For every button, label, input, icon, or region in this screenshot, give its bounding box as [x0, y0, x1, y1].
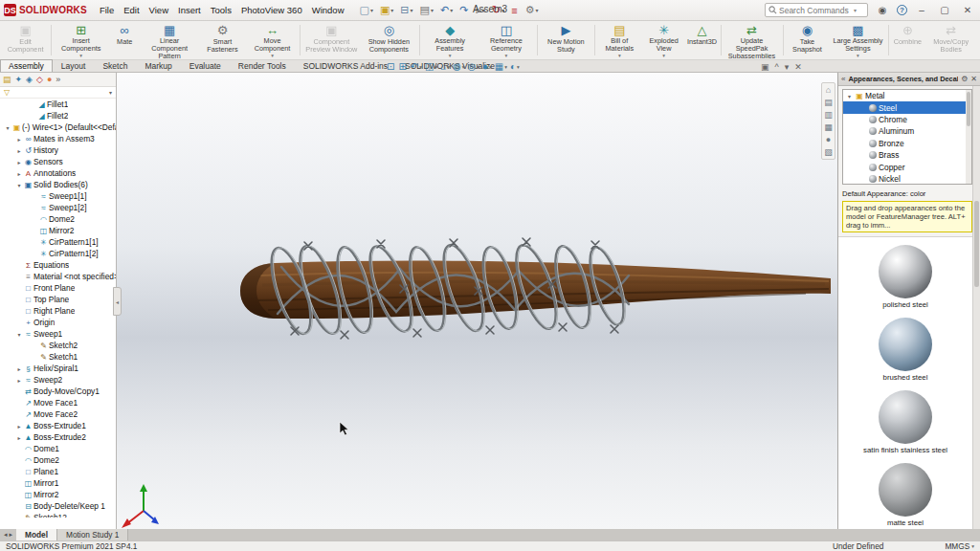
collapse-pane-icon[interactable]: « — [841, 75, 845, 83]
ribbon-button[interactable]: ◉ Take Snapshot — [786, 22, 830, 58]
commandmanager-tab[interactable]: SOLIDWORKS Add-ins — [295, 59, 396, 72]
quick-access-icon[interactable]: ▢ ▾ — [357, 3, 376, 17]
commandmanager-tab[interactable]: Assembly — [0, 59, 53, 72]
expand-arrow-icon[interactable]: ▸ — [15, 147, 23, 154]
commandmanager-tab[interactable]: Evaluate — [181, 59, 230, 72]
feature-tree-item[interactable]: ◠ Dome1 — [0, 443, 116, 454]
ribbon-button[interactable] — [300, 25, 301, 55]
filter-icon[interactable]: ▽ — [4, 88, 10, 97]
filter-options-chevron-icon[interactable]: ▾ — [109, 89, 112, 96]
ribbon-button[interactable]: ◎ Show Hidden Components — [360, 22, 417, 58]
appearance-tree-item[interactable]: ▾ ▣ Metal — [843, 90, 971, 101]
expand-arrow-icon[interactable]: ▸ — [15, 365, 23, 372]
appearance-tree-item[interactable]: Bronze — [843, 138, 971, 149]
feature-tree-item[interactable]: ✳ CirPattern1[2] — [0, 248, 116, 259]
maximize-button[interactable]: ▢ — [936, 3, 953, 18]
user-account-icon[interactable]: ◉ — [874, 3, 891, 18]
ribbon-button[interactable]: ⊕ Combine — [891, 22, 924, 58]
menu-item[interactable]: PhotoView 360 — [236, 3, 307, 17]
expand-arrow-icon[interactable]: ▸ — [15, 170, 23, 177]
ribbon-button[interactable]: ◫ Reference Geometry ▾ — [478, 22, 535, 58]
appearance-swatch[interactable]: brushed steel — [879, 318, 932, 382]
ribbon-button[interactable] — [51, 25, 52, 55]
commandmanager-tab[interactable]: Sketch — [94, 59, 136, 72]
units-selector[interactable]: MMGS ▾ — [945, 541, 974, 551]
ribbon-button[interactable]: ⊞ Insert Components ▾ — [54, 22, 108, 58]
quick-access-icon[interactable]: ▣ ▾ — [377, 3, 396, 17]
feature-tree-item[interactable]: + Origin — [0, 317, 116, 328]
menu-item[interactable]: Edit — [119, 3, 144, 17]
close-button[interactable]: ✕ — [959, 3, 976, 18]
headsup-icon[interactable]: ⊞ — [398, 62, 407, 72]
expand-arrow-icon[interactable]: ▸ — [15, 423, 23, 430]
feature-tree-item[interactable]: ▸ ≈ Sweep2 — [0, 374, 116, 386]
ribbon-button[interactable]: ⚙ Smart Fasteners — [198, 22, 247, 58]
headsup-icon[interactable]: ◫ ▾ — [425, 62, 437, 72]
toolbar-control-icon[interactable]: ✕ — [794, 62, 802, 72]
headsup-icon[interactable]: ● ▾ — [482, 62, 492, 72]
feature-tree-item[interactable]: ▸ ∞ Mates in Assem3 — [0, 133, 116, 144]
feature-tree-item[interactable]: ⇄ Body-Move/Copy1 — [0, 386, 116, 397]
headsup-icon[interactable]: ⌂ ▾ — [440, 62, 450, 72]
panel-tab-icon[interactable]: ◇ — [36, 75, 43, 84]
commandmanager-tab[interactable]: Markup — [136, 59, 180, 72]
feature-tree-item[interactable]: ⊟ Body-Delete/Keep 1 — [0, 500, 116, 512]
taskpane-tab-icon[interactable]: ▦ — [824, 122, 833, 132]
ribbon-button[interactable] — [419, 25, 420, 55]
minimize-button[interactable]: – — [913, 3, 930, 18]
feature-tree-item[interactable]: ✎ Sketch2 — [0, 340, 116, 351]
appearance-swatch[interactable]: polished steel — [879, 245, 932, 309]
headsup-icon[interactable]: ▦ ▾ — [495, 62, 507, 72]
appearance-tree-item[interactable]: Aluminum — [843, 125, 971, 137]
feature-tree-item[interactable]: ▸ § Helix/Spiral1 — [0, 363, 116, 374]
taskpane-tab-icon[interactable]: ▥ — [824, 110, 833, 120]
menu-item[interactable]: Tools — [206, 3, 236, 17]
expand-arrow-icon[interactable]: ▸ — [15, 159, 23, 165]
tree-scrollbar-thumb[interactable] — [967, 92, 970, 126]
headsup-icon[interactable]: ◐ ▾ — [510, 62, 520, 72]
feature-tree-item[interactable]: ▸ ▲ Boss-Extrude2 — [0, 431, 116, 443]
study-tab[interactable]: Motion Study 1 — [57, 529, 128, 540]
ribbon-button[interactable]: ✳ Exploded View ▾ — [642, 22, 686, 58]
ribbon-button[interactable]: △ Instant3D — [686, 22, 719, 58]
ribbon-button[interactable] — [783, 25, 784, 55]
feature-tree-item[interactable]: ≈ Sweep1[1] — [0, 190, 116, 202]
feature-tree-item[interactable]: ◠ Dome2 — [0, 454, 116, 466]
feature-tree-item[interactable]: ≡ Material <not specified> — [0, 271, 116, 282]
taskpane-scrollbar[interactable] — [972, 86, 980, 529]
quick-access-icon[interactable]: ▤ ▾ — [417, 3, 436, 17]
gear-icon[interactable]: ⚙ — [961, 75, 968, 83]
panel-tab-icon[interactable]: ◈ — [26, 75, 33, 84]
appearance-tree-item[interactable]: Nickel — [843, 173, 971, 185]
expand-arrow-icon[interactable]: ▸ — [15, 136, 23, 143]
help-icon[interactable]: ? — [897, 5, 907, 15]
feature-tree-item[interactable]: ▸ ▲ Boss-Extrude1 — [0, 420, 116, 431]
feature-tree-item[interactable]: □ Front Plane — [0, 282, 116, 294]
panel-tab-icon[interactable]: ✦ — [15, 75, 23, 84]
quick-access-icon[interactable]: ≡ — [508, 4, 521, 17]
taskpane-tab-icon[interactable]: ▤ — [824, 98, 833, 107]
appearance-swatch[interactable]: matte steel — [879, 463, 932, 527]
appearance-tree-item[interactable]: Brass — [843, 149, 971, 161]
feature-tree-item[interactable]: ◫ Mirror2 — [0, 489, 116, 500]
tab-nav-arrow-icon[interactable]: ◂ — [4, 531, 8, 539]
taskpane-scrollbar-thumb[interactable] — [974, 201, 979, 287]
search-scope-chevron-icon[interactable]: ▾ — [854, 7, 857, 13]
feature-tree-item[interactable]: ▸ ◉ Sensors — [0, 156, 116, 167]
ribbon-button[interactable]: ▣ Component Preview Window — [302, 22, 360, 58]
tab-nav-arrow-icon[interactable]: ▸ — [10, 531, 13, 539]
feature-tree-item[interactable]: ◫ Mirror2 — [0, 225, 116, 236]
expand-arrow-icon[interactable]: ▾ — [15, 182, 23, 188]
feature-tree-item[interactable]: Σ Equations — [0, 259, 116, 271]
panel-splitter-handle[interactable]: ◂ — [113, 287, 122, 316]
study-tab[interactable]: Model — [16, 529, 57, 540]
feature-tree-item[interactable]: ◢ Fillet1 — [0, 99, 116, 110]
menu-item[interactable]: View — [145, 3, 173, 17]
feature-tree-item[interactable]: ▸ A Annotations — [0, 167, 116, 179]
ribbon-button[interactable]: ⇄ Move/Copy Bodies — [924, 22, 978, 58]
orientation-triad[interactable] — [122, 484, 159, 528]
feature-tree-item[interactable]: ↗ Move Face1 — [0, 397, 116, 408]
appearance-swatch[interactable]: satin finish stainless steel — [863, 390, 947, 454]
taskpane-tab-icon[interactable]: ⌂ — [826, 85, 831, 95]
search-commands-box[interactable]: ▾ — [765, 3, 868, 17]
